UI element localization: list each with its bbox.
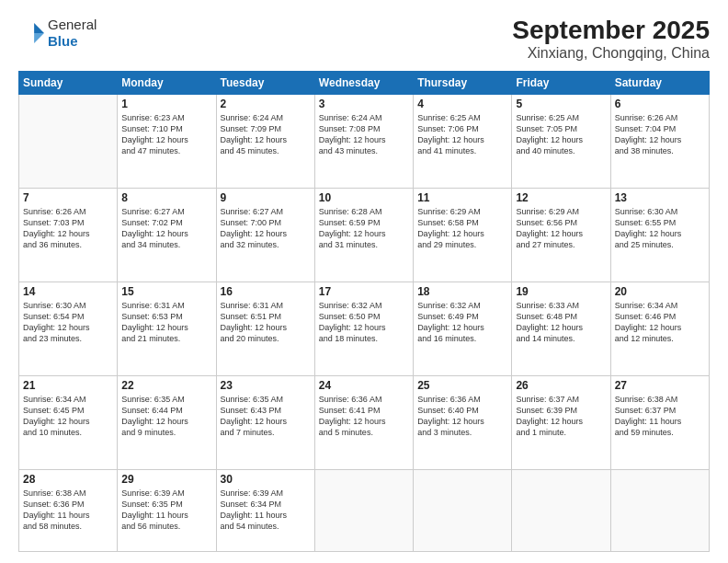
day-info: Sunrise: 6:26 AM Sunset: 7:04 PM Dayligh… [615,112,705,157]
day-info: Sunrise: 6:39 AM Sunset: 6:35 PM Dayligh… [121,488,211,533]
calendar-week-row: 28Sunrise: 6:38 AM Sunset: 6:36 PM Dayli… [19,469,710,551]
day-number: 7 [23,191,113,204]
month-title: September 2025 [512,17,710,45]
calendar-cell: 24Sunrise: 6:36 AM Sunset: 6:41 PM Dayli… [314,375,413,469]
calendar-page: General Blue September 2025 Xinxiang, Ch… [0,0,728,563]
calendar-cell: 14Sunrise: 6:30 AM Sunset: 6:54 PM Dayli… [19,282,118,375]
day-info: Sunrise: 6:24 AM Sunset: 7:09 PM Dayligh… [221,112,311,157]
day-info: Sunrise: 6:36 AM Sunset: 6:41 PM Dayligh… [319,394,409,439]
day-info: Sunrise: 6:38 AM Sunset: 6:37 PM Dayligh… [615,394,705,439]
calendar-cell: 16Sunrise: 6:31 AM Sunset: 6:51 PM Dayli… [216,282,314,375]
calendar-cell: 6Sunrise: 6:26 AM Sunset: 7:04 PM Daylig… [610,94,709,188]
day-info: Sunrise: 6:30 AM Sunset: 6:54 PM Dayligh… [23,300,113,345]
calendar-week-row: 7Sunrise: 6:26 AM Sunset: 7:03 PM Daylig… [19,188,710,282]
svg-marker-0 [34,23,44,33]
calendar-cell: 19Sunrise: 6:33 AM Sunset: 6:48 PM Dayli… [512,282,610,375]
day-number: 11 [417,191,507,204]
day-info: Sunrise: 6:37 AM Sunset: 6:39 PM Dayligh… [516,394,606,439]
day-number: 30 [221,473,311,486]
day-info: Sunrise: 6:27 AM Sunset: 7:00 PM Dayligh… [221,206,311,251]
day-number: 3 [319,98,409,110]
day-info: Sunrise: 6:29 AM Sunset: 6:56 PM Dayligh… [516,206,606,251]
day-number: 27 [615,379,705,392]
calendar-week-row: 21Sunrise: 6:34 AM Sunset: 6:45 PM Dayli… [19,375,710,469]
logo: General Blue [18,17,97,50]
calendar-week-row: 1Sunrise: 6:23 AM Sunset: 7:10 PM Daylig… [19,94,710,188]
day-info: Sunrise: 6:31 AM Sunset: 6:53 PM Dayligh… [121,300,211,345]
day-number: 14 [23,285,113,298]
day-info: Sunrise: 6:31 AM Sunset: 6:51 PM Dayligh… [221,300,311,345]
day-info: Sunrise: 6:28 AM Sunset: 6:59 PM Dayligh… [319,206,409,251]
day-info: Sunrise: 6:32 AM Sunset: 6:50 PM Dayligh… [319,300,409,345]
weekday-header-sunday: Sunday [19,71,118,94]
day-info: Sunrise: 6:24 AM Sunset: 7:08 PM Dayligh… [319,112,409,157]
calendar-cell: 1Sunrise: 6:23 AM Sunset: 7:10 PM Daylig… [118,94,216,188]
day-number: 5 [516,98,606,110]
calendar-cell: 12Sunrise: 6:29 AM Sunset: 6:56 PM Dayli… [512,188,610,282]
title-block: September 2025 Xinxiang, Chongqing, Chin… [512,17,710,62]
day-number: 19 [516,285,606,298]
day-info: Sunrise: 6:34 AM Sunset: 6:46 PM Dayligh… [615,300,705,345]
day-info: Sunrise: 6:23 AM Sunset: 7:10 PM Dayligh… [121,112,211,157]
day-number: 4 [417,98,507,110]
day-number: 2 [221,98,311,110]
weekday-header-row: SundayMondayTuesdayWednesdayThursdayFrid… [19,71,710,94]
day-number: 24 [319,379,409,392]
logo-icon [18,20,44,46]
weekday-header-monday: Monday [118,71,216,94]
calendar-cell: 4Sunrise: 6:25 AM Sunset: 7:06 PM Daylig… [414,94,512,188]
calendar-cell: 10Sunrise: 6:28 AM Sunset: 6:59 PM Dayli… [314,188,413,282]
day-number: 10 [319,191,409,204]
weekday-header-thursday: Thursday [414,71,512,94]
calendar-cell: 18Sunrise: 6:32 AM Sunset: 6:49 PM Dayli… [414,282,512,375]
day-number: 12 [516,191,606,204]
calendar-cell: 21Sunrise: 6:34 AM Sunset: 6:45 PM Dayli… [19,375,118,469]
calendar-cell: 27Sunrise: 6:38 AM Sunset: 6:37 PM Dayli… [610,375,709,469]
day-number: 18 [417,285,507,298]
calendar-cell: 9Sunrise: 6:27 AM Sunset: 7:00 PM Daylig… [216,188,314,282]
calendar-cell: 5Sunrise: 6:25 AM Sunset: 7:05 PM Daylig… [512,94,610,188]
calendar-week-row: 14Sunrise: 6:30 AM Sunset: 6:54 PM Dayli… [19,282,710,375]
day-info: Sunrise: 6:26 AM Sunset: 7:03 PM Dayligh… [23,206,113,251]
calendar-cell: 11Sunrise: 6:29 AM Sunset: 6:58 PM Dayli… [414,188,512,282]
day-info: Sunrise: 6:25 AM Sunset: 7:06 PM Dayligh… [417,112,507,157]
calendar-cell: 23Sunrise: 6:35 AM Sunset: 6:43 PM Dayli… [216,375,314,469]
day-number: 26 [516,379,606,392]
logo-text: General Blue [48,17,97,50]
day-number: 6 [615,98,705,110]
day-number: 22 [121,379,211,392]
day-info: Sunrise: 6:32 AM Sunset: 6:49 PM Dayligh… [417,300,507,345]
day-number: 17 [319,285,409,298]
day-number: 25 [417,379,507,392]
calendar-cell: 3Sunrise: 6:24 AM Sunset: 7:08 PM Daylig… [314,94,413,188]
day-info: Sunrise: 6:30 AM Sunset: 6:55 PM Dayligh… [615,206,705,251]
day-info: Sunrise: 6:36 AM Sunset: 6:40 PM Dayligh… [417,394,507,439]
day-number: 23 [221,379,311,392]
day-number: 28 [23,473,113,486]
calendar-cell: 15Sunrise: 6:31 AM Sunset: 6:53 PM Dayli… [118,282,216,375]
day-number: 9 [221,191,311,204]
calendar-cell: 29Sunrise: 6:39 AM Sunset: 6:35 PM Dayli… [118,469,216,551]
calendar-cell: 2Sunrise: 6:24 AM Sunset: 7:09 PM Daylig… [216,94,314,188]
calendar-cell [414,469,512,551]
day-info: Sunrise: 6:25 AM Sunset: 7:05 PM Dayligh… [516,112,606,157]
logo-general: General [48,17,97,33]
weekday-header-wednesday: Wednesday [314,71,413,94]
day-number: 1 [121,98,211,110]
calendar-cell: 8Sunrise: 6:27 AM Sunset: 7:02 PM Daylig… [118,188,216,282]
header: General Blue September 2025 Xinxiang, Ch… [18,17,710,62]
calendar-cell: 28Sunrise: 6:38 AM Sunset: 6:36 PM Dayli… [19,469,118,551]
day-number: 29 [121,473,211,486]
day-info: Sunrise: 6:35 AM Sunset: 6:44 PM Dayligh… [121,394,211,439]
calendar-cell: 30Sunrise: 6:39 AM Sunset: 6:34 PM Dayli… [216,469,314,551]
weekday-header-friday: Friday [512,71,610,94]
svg-marker-1 [34,33,44,43]
day-info: Sunrise: 6:35 AM Sunset: 6:43 PM Dayligh… [221,394,311,439]
day-info: Sunrise: 6:27 AM Sunset: 7:02 PM Dayligh… [121,206,211,251]
day-number: 15 [121,285,211,298]
calendar-cell: 26Sunrise: 6:37 AM Sunset: 6:39 PM Dayli… [512,375,610,469]
day-info: Sunrise: 6:39 AM Sunset: 6:34 PM Dayligh… [221,488,311,533]
day-info: Sunrise: 6:38 AM Sunset: 6:36 PM Dayligh… [23,488,113,533]
calendar-cell: 25Sunrise: 6:36 AM Sunset: 6:40 PM Dayli… [414,375,512,469]
calendar-cell: 20Sunrise: 6:34 AM Sunset: 6:46 PM Dayli… [610,282,709,375]
